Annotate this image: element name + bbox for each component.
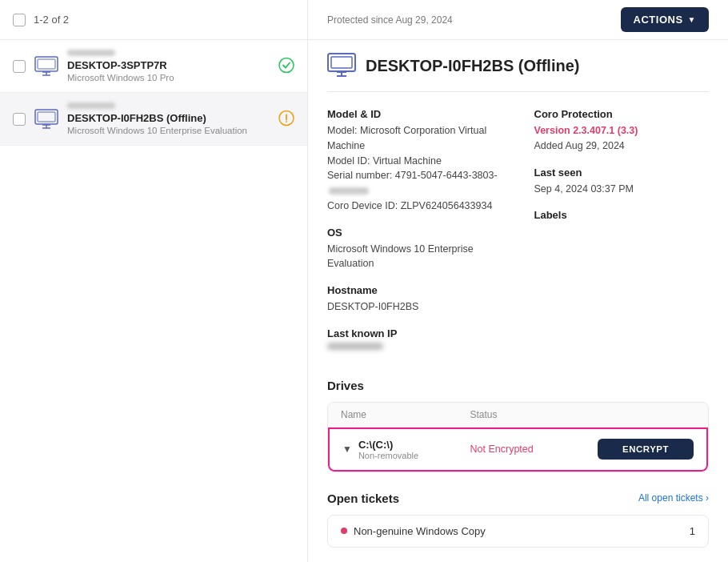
model-id-section: Model & ID Model: Microsoft Corporation … [327, 108, 502, 214]
drive-expand-icon[interactable]: ▼ [342, 444, 352, 455]
protected-badge [278, 57, 294, 75]
device-computer-icon [34, 55, 59, 78]
svg-rect-7 [38, 112, 55, 122]
device-title: DESKTOP-I0FH2BS (Offline) [366, 57, 579, 75]
device-computer-icon [34, 108, 59, 130]
detail-header: Protected since Aug 29, 2024 ACTIONS ▼ [308, 0, 728, 40]
coro-protection-label: Coro Protection [534, 108, 710, 120]
model-id-value: Model ID: Virtual Machine [327, 154, 502, 169]
drive-name-info: C:\(C:\) Non-removable [358, 439, 418, 460]
protected-since-text: Protected since Aug 29, 2024 [327, 14, 453, 26]
device-name: DESKTOP-I0FH2BS (Offline) [67, 112, 294, 124]
serial-value: Serial number: 4791-5047-6443-3803- [327, 168, 502, 199]
model-id-label: Model & ID [327, 108, 502, 120]
device-item[interactable]: DESKTOP-I0FH2BS (Offline) Microsoft Wind… [0, 93, 307, 146]
drives-col-name: Name [341, 409, 470, 420]
ticket-row: Non-genuine Windows Copy 1 [328, 516, 708, 547]
ticket-status-dot [341, 528, 347, 534]
device-checkbox[interactable] [13, 60, 26, 73]
hostname-label: Hostname [327, 284, 502, 296]
warning-badge [278, 110, 294, 128]
right-details-col: Coro Protection Version 2.3.407.1 (3.3) … [534, 108, 710, 363]
device-name-blurred [67, 102, 115, 109]
drive-row: ▼ C:\(C:\) Non-removable Not Encrypted E… [328, 428, 708, 472]
coro-device-id-value: Coro Device ID: ZLPV624056433934 [327, 199, 502, 214]
select-all-checkbox[interactable] [13, 14, 26, 26]
last-seen-label: Last seen [534, 167, 710, 179]
device-detail-panel: Protected since Aug 29, 2024 ACTIONS ▼ D… [308, 0, 728, 562]
drives-table: Name Status ▼ C:\(C:\) Non-removable Not… [327, 402, 709, 472]
os-label: OS [327, 227, 502, 239]
os-value: Microsoft Windows 10 Enterprise Evaluati… [327, 242, 502, 272]
details-grid: Model & ID Model: Microsoft Corporation … [327, 108, 709, 363]
labels-section: Labels [534, 209, 710, 221]
detail-content: DESKTOP-I0FH2BS (Offline) Model & ID Mod… [308, 40, 728, 562]
device-os: Microsoft Windows 10 Enterprise Evaluati… [67, 126, 294, 135]
hostname-value: DESKTOP-I0FH2BS [327, 299, 502, 315]
ticket-name: Non-genuine Windows Copy [341, 525, 486, 537]
drives-table-header: Name Status [328, 403, 708, 428]
device-name: DESKTOP-3SPTP7R [67, 59, 294, 71]
drive-type: Non-removable [358, 451, 418, 460]
drives-col-status: Status [470, 409, 600, 420]
serial-blurred [329, 187, 369, 195]
device-info: DESKTOP-I0FH2BS (Offline) Microsoft Wind… [67, 102, 294, 135]
drives-section-title: Drives [327, 379, 709, 392]
drives-col-action [599, 409, 695, 420]
device-title-row: DESKTOP-I0FH2BS (Offline) [327, 53, 709, 92]
drive-name: C:\(C:\) [358, 439, 418, 451]
coro-protection-section: Coro Protection Version 2.3.407.1 (3.3) … [534, 108, 710, 154]
hostname-section: Hostname DESKTOP-I0FH2BS [327, 284, 502, 315]
open-tickets-title: Open tickets [327, 492, 399, 505]
svg-point-5 [279, 58, 294, 72]
svg-rect-15 [331, 57, 352, 68]
chevron-down-icon: ▼ [688, 15, 696, 24]
last-seen-value: Sep 4, 2024 03:37 PM [534, 182, 710, 197]
device-os: Microsoft Windows 10 Pro [67, 73, 294, 82]
os-section: OS Microsoft Windows 10 Enterprise Evalu… [327, 227, 502, 272]
last-ip-section: Last known IP [327, 327, 502, 350]
model-value: Model: Microsoft Corporation Virtual Mac… [327, 123, 502, 154]
encrypt-button[interactable]: ENCRYPT [598, 439, 694, 460]
device-item[interactable]: DESKTOP-3SPTP7R Microsoft Windows 10 Pro [0, 40, 307, 93]
device-checkbox[interactable] [13, 113, 26, 126]
left-details-col: Model & ID Model: Microsoft Corporation … [327, 108, 502, 363]
svg-rect-1 [38, 59, 55, 69]
device-info: DESKTOP-3SPTP7R Microsoft Windows 10 Pro [67, 50, 294, 82]
device-count: 1-2 of 2 [34, 14, 69, 26]
last-ip-label: Last known IP [327, 327, 502, 339]
actions-button[interactable]: ACTIONS ▼ [621, 7, 709, 32]
device-title-icon [327, 53, 356, 78]
open-tickets-header: Open tickets All open tickets › [327, 492, 709, 505]
all-tickets-link[interactable]: All open tickets › [638, 492, 709, 504]
tickets-table: Non-genuine Windows Copy 1 [327, 515, 709, 548]
drive-name-col: ▼ C:\(C:\) Non-removable [342, 439, 470, 460]
list-header: 1-2 of 2 [0, 0, 307, 40]
device-list-panel: 1-2 of 2 DESKTOP-3SPTP7R Microsoft Windo… [0, 0, 308, 562]
added-value: Added Aug 29, 2024 [534, 138, 710, 154]
actions-label: ACTIONS [634, 14, 683, 26]
device-list: DESKTOP-3SPTP7R Microsoft Windows 10 Pro [0, 40, 307, 146]
last-seen-section: Last seen Sep 4, 2024 03:37 PM [534, 167, 710, 197]
labels-label: Labels [534, 209, 710, 221]
ip-blurred [327, 343, 383, 350]
drive-status: Not Encrypted [470, 444, 598, 455]
ticket-count: 1 [690, 525, 695, 537]
ticket-label: Non-genuine Windows Copy [354, 525, 486, 537]
device-name-blurred [67, 50, 115, 56]
version-value: Version 2.3.407.1 (3.3) [534, 123, 710, 138]
svg-point-13 [286, 121, 287, 122]
